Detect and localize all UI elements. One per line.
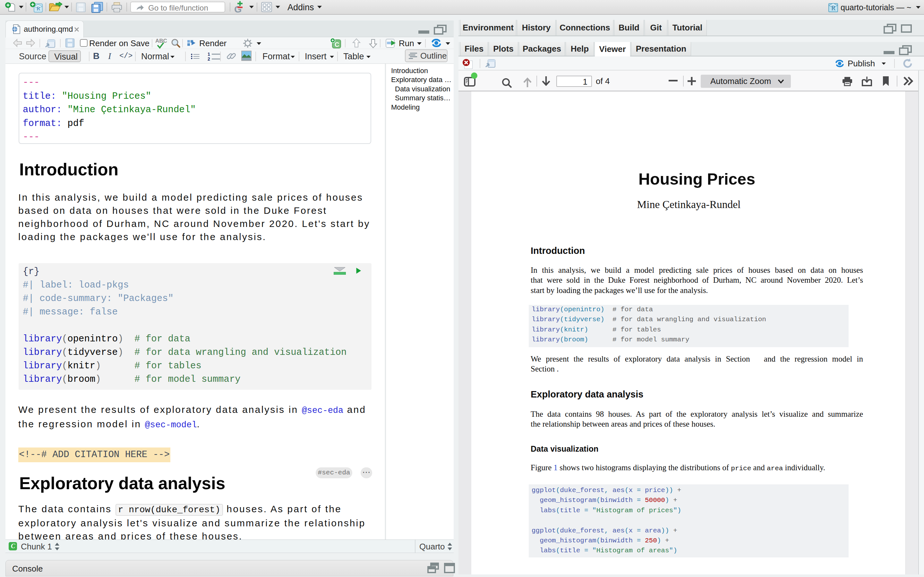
svg-text:2: 2	[208, 56, 210, 61]
svg-text:C: C	[334, 41, 339, 48]
svg-text:1: 1	[208, 52, 210, 57]
svg-text:ABC: ABC	[155, 38, 167, 44]
svg-text:R: R	[37, 5, 40, 11]
svg-text:R: R	[831, 5, 836, 11]
